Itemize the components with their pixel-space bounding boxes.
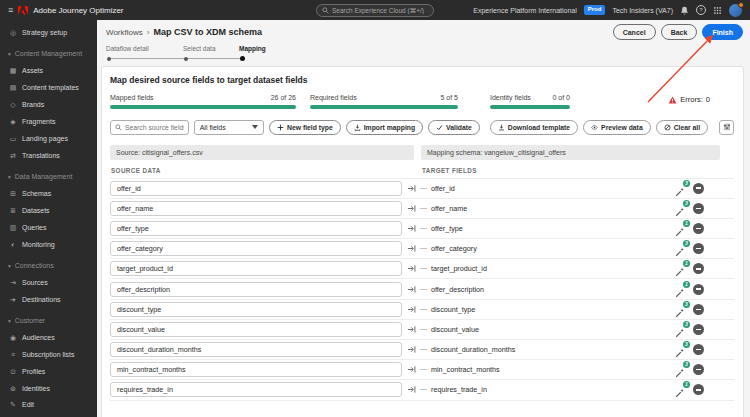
sidebar-item-queries[interactable]: ▥ Queries [0,219,97,236]
source-field[interactable]: offer_category [110,241,402,256]
sidebar-item-monitoring[interactable]: ◐ Monitoring [0,236,97,253]
import-mapping-button[interactable]: Import mapping [346,120,423,135]
source-field[interactable]: target_product_id [110,261,402,276]
sidebar-item-brands[interactable]: ◇ Brands [0,96,97,113]
source-field[interactable]: discount_value [110,322,402,337]
target-field[interactable]: discount_duration_months [431,345,675,354]
source-field[interactable]: discount_type [110,302,402,317]
tenant-name[interactable]: Tech Insiders (VA7) [612,7,673,14]
map-field-icon[interactable] [407,184,416,193]
sidebar-item-identities[interactable]: ⊛ Identities [0,380,97,397]
environment-badge[interactable]: Prod [584,5,606,14]
suggestion-wand-icon[interactable]: 3 [675,243,686,254]
sidebar-item-edit[interactable]: ✎ Edit [0,396,97,413]
suggestion-wand-icon[interactable]: 1 [675,284,686,295]
target-field[interactable]: discount_value [431,325,675,334]
suggestion-wand-icon[interactable]: 3 [675,304,686,315]
sidebar-item-landing-pages[interactable]: ▭ Landing pages [0,130,97,147]
remove-mapping-button[interactable] [693,304,704,315]
target-field[interactable]: offer_name [431,204,675,213]
source-field[interactable]: discount_duration_months [110,342,402,357]
apps-grid-icon[interactable] [713,6,722,15]
suggestion-wand-icon[interactable]: 1 [675,263,686,274]
remove-mapping-button[interactable] [693,364,704,375]
global-search[interactable] [316,4,434,17]
sidebar-item-content-templates[interactable]: ▤ Content templates [0,79,97,96]
remove-mapping-button[interactable] [693,223,704,234]
sidebar-section-connections[interactable]: ▾ Connections [0,257,97,274]
help-icon[interactable]: ? [696,5,706,15]
target-field[interactable]: offer_description [431,285,675,294]
global-search-input[interactable] [332,7,428,14]
target-field[interactable]: discount_type [431,305,675,314]
map-field-icon[interactable] [407,385,416,394]
suggestion-wand-icon[interactable]: 3 [675,344,686,355]
sidebar-item-datasets[interactable]: ≣ Datasets [0,202,97,219]
target-field[interactable]: target_product_id [431,264,675,273]
sidebar-item-sources[interactable]: ⇥ Sources [0,274,97,291]
sidebar-item-destinations[interactable]: ➔ Destinations [0,291,97,308]
sidebar-item-assets[interactable]: ▦ Assets [0,62,97,79]
breadcrumb-workflows-link[interactable]: Workflows [106,28,143,37]
target-field[interactable]: min_contract_months [431,365,675,374]
step-select-data[interactable]: Select data [183,45,216,52]
avatar[interactable] [729,4,742,17]
remove-mapping-button[interactable] [693,344,704,355]
source-field[interactable]: offer_id [110,181,402,196]
remove-mapping-button[interactable] [693,324,704,335]
target-field[interactable]: offer_type [431,224,675,233]
sidebar-item-strategy-setup[interactable]: ◎ Strategy setup [0,24,97,41]
preview-data-button[interactable]: Preview data [583,120,651,135]
sidebar-section-data-management[interactable]: ▾ Data Management [0,168,97,185]
map-field-icon[interactable] [407,365,416,374]
target-field[interactable]: requires_trade_in [431,385,675,394]
source-field[interactable]: offer_name [110,201,402,216]
sidebar-item-schemas[interactable]: ⊞ Schemas [0,185,97,202]
clear-all-button[interactable]: Clear all [656,120,708,135]
map-field-icon[interactable] [407,345,416,354]
map-field-icon[interactable] [407,285,416,294]
source-field[interactable]: requires_trade_in [110,382,402,397]
suggestion-wand-icon[interactable]: 3 [675,183,686,194]
notifications-bell-icon[interactable] [680,6,689,15]
suggestion-wand-icon[interactable]: 1 [675,384,686,395]
source-search[interactable] [110,120,189,135]
sidebar-item-translations[interactable]: ⇄ Translations [0,147,97,164]
suggestion-wand-icon[interactable]: 3 [675,324,686,335]
finish-button[interactable]: Finish [702,24,743,40]
target-field[interactable]: offer_category [431,244,675,253]
source-field[interactable]: offer_type [110,221,402,236]
view-settings-button[interactable] [719,120,734,135]
source-field[interactable]: min_contract_months [110,362,402,377]
sidebar-item-profiles[interactable]: ⊙ Profiles [0,363,97,380]
validate-button[interactable]: Validate [428,120,480,135]
remove-mapping-button[interactable] [693,284,704,295]
suggestion-wand-icon[interactable]: 3 [675,364,686,375]
remove-mapping-button[interactable] [693,243,704,254]
new-field-type-button[interactable]: New field type [269,120,341,135]
suggestion-wand-icon[interactable]: 3 [675,203,686,214]
target-field[interactable]: offer_id [431,184,675,193]
sidebar-item-fragments[interactable]: ◈ Fragments [0,113,97,130]
map-field-icon[interactable] [407,305,416,314]
org-name[interactable]: Experience Platform International [473,7,577,14]
field-filter-select[interactable]: All fields [194,120,264,135]
source-search-input[interactable] [125,124,184,131]
suggestion-wand-icon[interactable]: 1 [675,223,686,234]
sidebar-section-customer[interactable]: ▾ Customer [0,312,97,329]
map-field-icon[interactable] [407,264,416,273]
map-field-icon[interactable] [407,244,416,253]
sidebar-section-content-management[interactable]: ▾ Content Management [0,45,97,62]
source-field[interactable]: offer_description [110,282,402,297]
map-field-icon[interactable] [407,224,416,233]
remove-mapping-button[interactable] [693,183,704,194]
map-field-icon[interactable] [407,325,416,334]
remove-mapping-button[interactable] [693,263,704,274]
step-dataflow-detail[interactable]: Dataflow detail [106,45,149,52]
sidebar-item-subscription-lists[interactable]: ≡ Subscription lists [0,346,97,363]
remove-mapping-button[interactable] [693,203,704,214]
download-template-button[interactable]: Download template [490,120,578,135]
map-field-icon[interactable] [407,204,416,213]
hamburger-icon[interactable]: ≡ [8,6,13,15]
remove-mapping-button[interactable] [693,384,704,395]
